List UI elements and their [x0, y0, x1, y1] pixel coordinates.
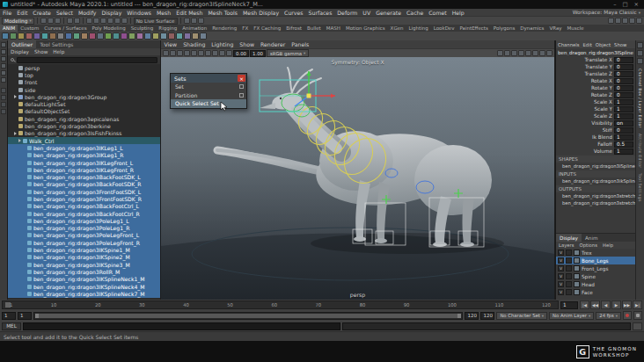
- sidebar-icon[interactable]: [637, 50, 643, 56]
- outliner-menu-item[interactable]: Help: [50, 49, 67, 54]
- outliner-item[interactable]: ben_dragon_rig:dragon3IKSpine2_M: [8, 254, 160, 261]
- channel-value-field[interactable]: 0: [614, 57, 633, 63]
- sets-menu-item[interactable]: Set: [171, 83, 246, 91]
- outliner-item[interactable]: ben_dragon_rig:dragon3IKSpine1_M: [8, 246, 160, 253]
- menu-item[interactable]: Curves: [282, 10, 305, 16]
- sidebar-icon[interactable]: [637, 58, 643, 64]
- view-transform-selector[interactable]: sRGB gamma ▾: [267, 49, 309, 57]
- viewport-canvas[interactable]: Symmetry: Object X persp Sets × Set: [161, 57, 554, 300]
- shelf-icon[interactable]: [10, 33, 17, 40]
- layer-display-type-box[interactable]: [566, 265, 572, 272]
- shelf-tab[interactable]: Motion Graphics: [343, 25, 388, 32]
- outliner-item[interactable]: ben_dragon_rig:dragon3PoleLeg1_R: [8, 225, 160, 232]
- layer-menu-item[interactable]: Options: [577, 243, 600, 248]
- selected-node-name-row[interactable]: ben_dragon_rig:dragon3ISplineNeck7_M: [556, 48, 635, 56]
- command-input[interactable]: [23, 322, 340, 330]
- viewport-icon[interactable]: [226, 50, 232, 56]
- outliner-item[interactable]: ben_dragon_rig:dragon3IKLeg1_L: [8, 144, 160, 151]
- shelf-icon[interactable]: [89, 33, 96, 40]
- layer-visibility-toggle[interactable]: V: [558, 273, 564, 279]
- range-end-handle[interactable]: [457, 314, 461, 318]
- outliner-item[interactable]: ben_dragon_rig:dragon3berkine: [8, 122, 160, 129]
- channel-box-menu-item[interactable]: Edit: [582, 42, 594, 47]
- viewport-icon[interactable]: [177, 50, 183, 56]
- shelf-tab[interactable]: Poly Modeling: [90, 25, 128, 32]
- channel-value-field[interactable]: 0: [614, 78, 633, 84]
- shelf-tab[interactable]: VRay: [546, 25, 564, 32]
- channel-row[interactable]: Scale X 1: [556, 98, 635, 105]
- sets-dialog-titlebar[interactable]: Sets ×: [171, 74, 246, 83]
- layer-visibility-toggle[interactable]: V: [558, 289, 564, 295]
- shelf-tab[interactable]: XGen: [388, 25, 406, 32]
- shelf-icon[interactable]: [73, 33, 80, 40]
- menu-set-selector[interactable]: Modeling ▾: [2, 18, 34, 25]
- panel-tab[interactable]: Tool Settings: [36, 40, 77, 48]
- viewport-menu-item[interactable]: Panels: [289, 41, 312, 47]
- viewport-icon[interactable]: [511, 50, 517, 56]
- shelf-icon[interactable]: [26, 33, 33, 40]
- channel-value-field[interactable]: 0: [614, 64, 633, 70]
- range-start-handle[interactable]: [35, 314, 39, 318]
- menu-item[interactable]: Windows: [124, 10, 154, 16]
- outliner-item[interactable]: ben_dragon_rig:dragon3BackFootSDK_L: [8, 173, 160, 180]
- status-icon[interactable]: [198, 18, 204, 24]
- channel-row[interactable]: Visibility on: [556, 119, 635, 127]
- layer-editor-tab[interactable]: Anim: [582, 234, 602, 242]
- tool-icon[interactable]: [1, 49, 6, 54]
- channel-row[interactable]: Scale Z 1: [556, 112, 635, 119]
- channel-box-menu-item[interactable]: Channels: [556, 42, 582, 47]
- shelf-icon[interactable]: [200, 33, 207, 40]
- current-frame-field[interactable]: 1: [560, 301, 578, 309]
- outliner-item[interactable]: defaultLightSet: [8, 100, 160, 107]
- menu-item[interactable]: Comet: [426, 10, 449, 16]
- tool-icon[interactable]: [1, 42, 6, 47]
- outliner-item[interactable]: side: [8, 86, 160, 93]
- layer-display-type-box[interactable]: [566, 289, 572, 295]
- status-icon[interactable]: [55, 18, 61, 24]
- maximize-icon[interactable]: □: [622, 2, 627, 8]
- layout-icon[interactable]: [1, 95, 6, 100]
- layer-row[interactable]: V Spine: [556, 272, 635, 280]
- shelf-tab[interactable]: Sculpting: [128, 25, 157, 32]
- outliner-item[interactable]: ben_dragon_rig:dragon3PoleLeg1_L: [8, 217, 160, 224]
- option-box-icon[interactable]: [239, 84, 244, 89]
- close-icon[interactable]: ×: [634, 2, 639, 8]
- layer-menu-item[interactable]: Layers: [556, 243, 577, 248]
- sidebar-tab[interactable]: Attribute Editor: [638, 131, 642, 170]
- viewport-menu-item[interactable]: Renderer: [258, 41, 289, 47]
- channel-box-menu-item[interactable]: Show: [612, 42, 628, 47]
- shelf-icon[interactable]: [192, 33, 199, 40]
- shelf-tab[interactable]: Bifrost: [283, 25, 304, 32]
- outliner-item[interactable]: front: [8, 79, 160, 86]
- shelf-icon[interactable]: [152, 33, 159, 40]
- menu-item[interactable]: Create: [30, 10, 54, 16]
- outliner-item[interactable]: ben_dragon_rig:dragon3IKSpine3_M: [8, 261, 160, 268]
- viewport-icon[interactable]: [219, 50, 225, 56]
- outliner-item[interactable]: ben_dragon_rig:dragon3IKSplineNeck4_M: [8, 283, 160, 290]
- gamma-field[interactable]: 1.00: [250, 50, 266, 57]
- layer-visibility-toggle[interactable]: V: [558, 250, 564, 256]
- transport-button[interactable]: ▶: [611, 300, 621, 309]
- layer-row[interactable]: V Face: [556, 288, 635, 296]
- shelf-icon[interactable]: [168, 33, 175, 40]
- shelf-icon[interactable]: [128, 33, 135, 40]
- shelf-icon[interactable]: [176, 33, 183, 40]
- time-slider-track[interactable]: 1102030405060708090100110120: [2, 300, 559, 309]
- menu-item[interactable]: Edit Mesh: [173, 10, 205, 16]
- titlebar[interactable]: untitled* - Autodesk Maya 2020.1: untitl…: [0, 0, 644, 9]
- shelf-tab[interactable]: PaintEffects: [457, 25, 491, 32]
- channel-box-menu-item[interactable]: Object: [594, 42, 612, 47]
- playback-end-field[interactable]: 120: [465, 312, 479, 320]
- channel-row[interactable]: Translate Y 0: [556, 63, 635, 70]
- animation-start-field[interactable]: 1: [2, 312, 16, 320]
- shelf-tab[interactable]: Rendering: [209, 25, 239, 32]
- channel-row[interactable]: Translate X 0: [556, 56, 635, 63]
- status-icon[interactable]: [114, 18, 121, 24]
- outliner-item[interactable]: defaultObjectSet: [8, 108, 160, 115]
- outliner-item[interactable]: ben_dragon_rig:dragon3IKLeg1_R: [8, 152, 160, 159]
- menu-item[interactable]: Mesh: [154, 10, 173, 16]
- outliner-item[interactable]: ben_dragon_rig:dragon3BackFootSDK_R: [8, 181, 160, 188]
- layout-icon[interactable]: [1, 109, 6, 114]
- viewport-icon[interactable]: [170, 50, 176, 56]
- outliner-item[interactable]: ben_dragon_rig:dragon3IKSplineNeck1_M: [8, 276, 160, 283]
